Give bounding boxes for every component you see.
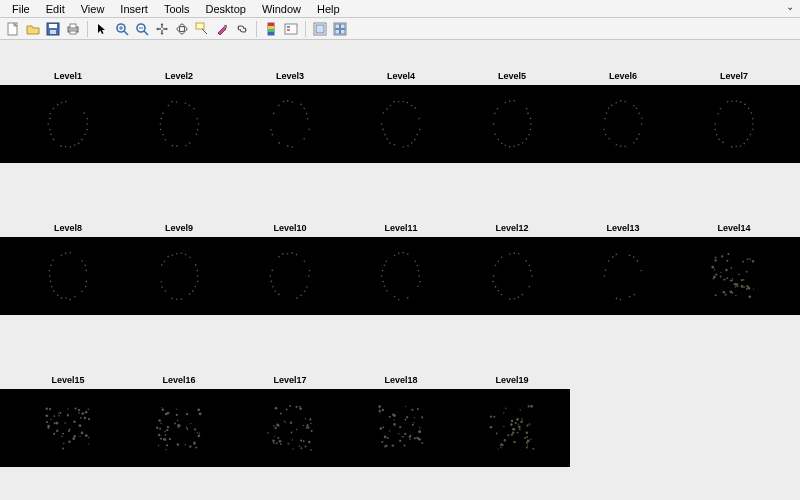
- svg-point-35: [86, 129, 88, 131]
- svg-point-404: [158, 434, 161, 437]
- svg-point-36: [84, 133, 86, 135]
- svg-point-551: [526, 436, 528, 438]
- pan-icon[interactable]: [153, 20, 171, 38]
- svg-point-389: [177, 443, 180, 446]
- svg-point-295: [715, 294, 717, 296]
- svg-point-73: [193, 108, 195, 110]
- svg-point-514: [382, 410, 384, 412]
- svg-point-41: [65, 146, 67, 148]
- svg-point-43: [53, 139, 55, 141]
- svg-point-506: [379, 410, 381, 412]
- svg-point-228: [271, 281, 273, 283]
- svg-point-245: [384, 286, 386, 288]
- svg-point-174: [744, 104, 746, 106]
- svg-point-168: [717, 113, 719, 115]
- toolbar-separator: [256, 21, 257, 37]
- subplot-image: [371, 398, 431, 458]
- svg-point-198: [85, 270, 87, 272]
- svg-point-178: [86, 281, 88, 283]
- svg-point-288: [633, 256, 635, 258]
- menu-file[interactable]: File: [4, 2, 38, 16]
- new-file-icon[interactable]: [4, 20, 22, 38]
- menu-edit[interactable]: Edit: [38, 2, 73, 16]
- svg-point-348: [46, 408, 48, 410]
- save-icon[interactable]: [44, 20, 62, 38]
- svg-point-91: [419, 129, 421, 131]
- show-plot-icon[interactable]: [331, 20, 349, 38]
- svg-point-271: [501, 256, 503, 258]
- insert-legend-icon[interactable]: [282, 20, 300, 38]
- svg-point-95: [407, 145, 409, 147]
- svg-point-532: [520, 421, 523, 424]
- svg-point-393: [158, 419, 161, 422]
- svg-point-58: [189, 142, 191, 144]
- svg-point-263: [509, 298, 511, 300]
- svg-point-146: [608, 107, 610, 109]
- dock-menu-icon[interactable]: ⌄: [786, 1, 794, 12]
- subplot-image: [593, 246, 653, 306]
- svg-point-150: [624, 101, 626, 103]
- pointer-icon[interactable]: [93, 20, 111, 38]
- svg-point-411: [190, 423, 191, 424]
- svg-point-548: [518, 424, 519, 425]
- print-icon[interactable]: [64, 20, 82, 38]
- svg-point-52: [65, 101, 67, 103]
- zoom-out-icon[interactable]: [133, 20, 151, 38]
- svg-point-535: [490, 416, 492, 418]
- subplot-title: Level18: [384, 375, 417, 385]
- svg-point-144: [604, 118, 606, 120]
- svg-point-350: [56, 422, 59, 425]
- subplot-image: [482, 398, 542, 458]
- svg-point-555: [511, 434, 513, 436]
- svg-point-180: [81, 290, 83, 292]
- svg-point-56: [197, 129, 199, 131]
- svg-point-511: [398, 433, 399, 434]
- open-file-icon[interactable]: [24, 20, 42, 38]
- svg-point-452: [272, 440, 274, 442]
- menu-tools[interactable]: Tools: [156, 2, 198, 16]
- subplot-title: Level9: [165, 223, 193, 233]
- svg-point-289: [637, 260, 639, 262]
- insert-colorbar-icon[interactable]: [262, 20, 280, 38]
- svg-point-439: [310, 423, 312, 425]
- svg-point-480: [378, 405, 381, 408]
- svg-point-308: [743, 286, 745, 288]
- data-cursor-icon[interactable]: [193, 20, 211, 38]
- svg-point-140: [616, 144, 618, 146]
- subplot-title: Level7: [720, 71, 748, 81]
- svg-point-259: [529, 286, 531, 288]
- brush-icon[interactable]: [213, 20, 231, 38]
- zoom-in-icon[interactable]: [113, 20, 131, 38]
- rotate3d-icon[interactable]: [173, 20, 191, 38]
- svg-point-384: [195, 447, 197, 449]
- svg-point-546: [512, 428, 515, 431]
- svg-point-44: [50, 133, 52, 135]
- svg-point-303: [721, 255, 723, 257]
- svg-point-473: [405, 419, 407, 421]
- svg-rect-5: [70, 24, 76, 28]
- link-icon[interactable]: [233, 20, 251, 38]
- svg-point-484: [389, 416, 391, 418]
- menu-view[interactable]: View: [73, 2, 113, 16]
- svg-point-158: [747, 139, 749, 141]
- menu-desktop[interactable]: Desktop: [198, 2, 254, 16]
- svg-point-559: [528, 405, 530, 407]
- svg-point-487: [418, 430, 421, 433]
- svg-point-48: [50, 113, 52, 115]
- svg-point-254: [407, 253, 409, 255]
- svg-point-124: [494, 133, 496, 135]
- svg-point-528: [512, 432, 514, 434]
- svg-point-188: [50, 281, 52, 283]
- svg-point-558: [518, 426, 521, 429]
- svg-point-87: [300, 104, 302, 106]
- menu-insert[interactable]: Insert: [112, 2, 156, 16]
- svg-point-314: [723, 291, 726, 294]
- subplot-title: Level13: [606, 223, 639, 233]
- hide-plot-icon[interactable]: [311, 20, 329, 38]
- menu-window[interactable]: Window: [254, 2, 309, 16]
- svg-point-510: [392, 413, 395, 416]
- menu-help[interactable]: Help: [309, 2, 348, 16]
- svg-point-221: [306, 286, 308, 288]
- svg-point-501: [417, 408, 419, 410]
- svg-point-137: [633, 142, 635, 144]
